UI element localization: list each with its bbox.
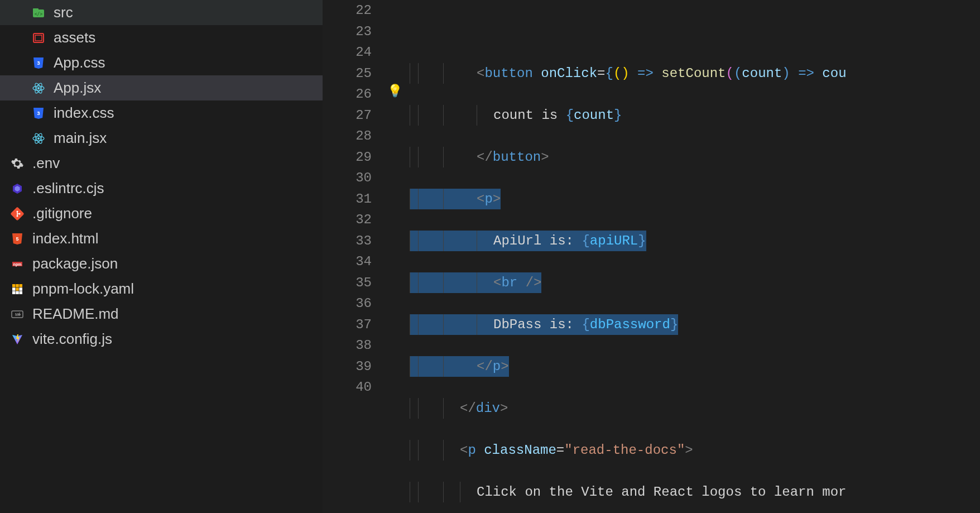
folder-src-icon: </> [31,6,46,20]
tree-file-eslintrc[interactable]: .eslintrc.cjs [0,176,323,201]
npm-icon: npm [10,257,25,271]
tree-file-index-html[interactable]: 5 index.html [0,226,323,251]
tree-item-label: main.jsx [54,130,107,147]
svg-rect-31 [20,287,23,291]
git-icon [10,207,25,221]
svg-rect-4 [35,35,42,41]
code-line: </p> [410,356,980,377]
folder-assets-icon [31,31,46,45]
svg-point-6 [37,87,40,89]
tree-item-label: package.json [32,255,118,272]
css-icon: 3 [31,56,46,70]
code-line: DbPass is: {dbPassword} [410,314,980,335]
tree-item-label: index.html [32,230,99,247]
tree-file-readme[interactable]: M README.md [0,301,323,327]
file-explorer: </> src assets 3 App.css App.jsx [0,0,323,513]
tree-item-label: .eslintrc.cjs [32,180,104,197]
svg-rect-1 [33,8,39,11]
tree-item-label: App.jsx [54,79,101,97]
css-icon: 3 [31,106,46,121]
pnpm-icon [10,282,25,296]
code-line: </div> [410,398,980,419]
tree-file-gitignore[interactable]: .gitignore [0,201,323,226]
code-editor[interactable]: 22 23 24 25 26 27 28 29 30 31 32 33 34 3… [323,0,980,513]
svg-text:3: 3 [37,60,40,66]
code-line: Click on the Vite and React logos to lea… [410,482,980,503]
tree-item-label: App.css [54,54,105,71]
code-line: <p> [410,189,980,210]
tree-item-label: pnpm-lock.yaml [32,280,134,298]
svg-rect-28 [20,284,23,287]
tree-file-pnpm-lock[interactable]: pnpm-lock.yaml [0,276,323,301]
code-line: ApiUrl is: {apiURL} [410,231,980,252]
svg-text:</>: </> [35,12,43,17]
code-line: count is {count} [410,105,980,126]
tree-file-package-json[interactable]: npm package.json [0,251,323,276]
tree-item-label: index.css [54,104,114,122]
svg-text:3: 3 [37,111,40,116]
svg-text:npm: npm [13,262,22,266]
code-line: <p className="read-the-docs"> [410,440,980,461]
svg-rect-26 [12,284,16,287]
html-icon: 5 [10,232,25,246]
gear-icon [10,156,25,171]
react-icon [31,131,46,146]
code-content[interactable]: <button onClick={() => setCount((count) … [410,0,980,513]
tree-item-label: .env [32,155,60,172]
tree-file-index-css[interactable]: 3 index.css [0,100,323,126]
code-line: <button onClick={() => setCount((count) … [410,63,980,84]
code-line [410,21,980,42]
code-line: </button> [410,147,980,168]
svg-rect-30 [16,287,19,291]
tree-file-app-css[interactable]: 3 App.css [0,50,323,75]
tree-item-label: src [54,4,73,21]
code-line: <br /> [410,272,980,294]
tree-folder-src[interactable]: </> src [0,0,323,25]
react-icon [31,81,46,95]
tree-file-main-jsx[interactable]: main.jsx [0,126,323,151]
md-icon: M [10,307,25,322]
lightbulb-icon[interactable]: 💡 [387,84,402,99]
eslint-icon [10,181,25,196]
vite-icon [10,332,25,347]
tree-item-label: README.md [32,305,119,323]
svg-rect-33 [16,291,19,294]
tree-folder-assets[interactable]: assets [0,25,323,50]
svg-rect-32 [12,291,16,294]
svg-rect-29 [12,287,16,291]
svg-rect-34 [20,291,23,294]
tree-item-label: vite.config.js [32,330,112,348]
tree-file-app-jsx[interactable]: App.jsx [0,75,323,100]
tree-file-env[interactable]: .env [0,151,323,176]
tree-item-label: .gitignore [32,205,92,222]
svg-text:5: 5 [16,236,18,242]
svg-rect-27 [16,284,19,287]
tree-item-label: assets [54,29,95,46]
tree-file-vite-config[interactable]: vite.config.js [0,327,323,352]
svg-point-11 [37,137,40,140]
line-gutter: 22 23 24 25 26 27 28 29 30 31 32 33 34 3… [323,0,387,513]
